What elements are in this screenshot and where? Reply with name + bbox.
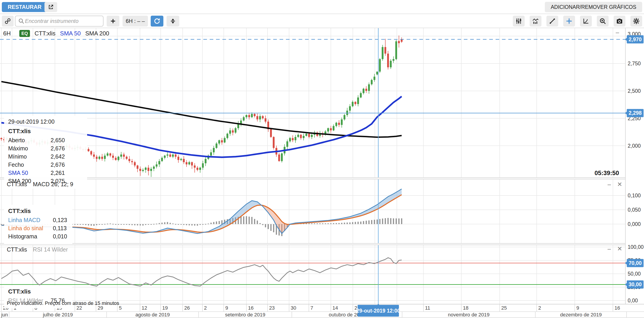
main-legend: 6H EQ CTT:xlis SMA 50 SMA 200 — [3, 30, 109, 37]
gridlines — [0, 28, 626, 304]
search-input[interactable] — [24, 18, 100, 24]
rsi-badge-30: 30,00 — [625, 280, 644, 289]
legend-symbol[interactable]: CTT:xlis — [34, 30, 55, 37]
rsi-line — [1, 258, 402, 286]
svg-text:16: 16 — [614, 305, 620, 311]
tooltip-row: Linha MACD0,123 — [8, 217, 68, 223]
ohlc-tooltip: 29-out-2019 12:00 CTT:xlis Aberto2,650Má… — [4, 116, 87, 189]
svg-text:2: 2 — [204, 305, 207, 311]
svg-text:100,00: 100,00 — [628, 244, 644, 250]
legend-timeframe: 6H — [3, 30, 11, 37]
bar-countdown: 05:39:50 — [594, 170, 619, 177]
svg-text:2,970: 2,970 — [628, 36, 642, 42]
add-instrument-button[interactable] — [107, 16, 119, 26]
svg-text:2,298: 2,298 — [628, 110, 642, 116]
restore-button[interactable]: RESTAURAR — [2, 2, 48, 12]
split-scale-icon — [169, 17, 176, 25]
macd-tooltip: CTT:xlis Linha MACD0,123Linha do sinal0,… — [4, 205, 72, 244]
svg-text:agosto de 2019: agosto de 2019 — [136, 312, 170, 318]
eq-badge: EQ — [19, 30, 30, 37]
svg-text:70,00: 70,00 — [628, 260, 642, 266]
svg-text:26: 26 — [184, 305, 190, 311]
svg-text:18: 18 — [463, 305, 468, 311]
external-link-icon — [48, 4, 54, 10]
tooltip-symbol: CTT:xlis — [8, 128, 83, 135]
svg-text:9: 9 — [225, 305, 228, 311]
refresh-icon — [154, 17, 161, 25]
svg-text:0,050: 0,050 — [628, 207, 641, 213]
tooltip-row: Fecho2,676 — [8, 161, 83, 168]
svg-text:23: 23 — [269, 305, 274, 311]
close-macd-panel-button[interactable]: ✕ — [617, 181, 622, 188]
trendline-button[interactable] — [546, 16, 558, 26]
price-level-badge: 2,298 — [625, 109, 644, 117]
svg-text:0,00: 0,00 — [628, 298, 638, 304]
rsi-panel-buttons: − ✕ — [607, 246, 622, 253]
svg-text:dezembro de 2019: dezembro de 2019 — [560, 312, 602, 318]
indicators-button[interactable] — [530, 16, 542, 26]
collapse-rsi-panel-button[interactable]: − — [607, 246, 611, 253]
search-icon — [18, 18, 24, 24]
rsi-panel-title: CTT:xlis RSI 14 Wilder — [7, 246, 68, 253]
collapse-main-panel-button[interactable]: − — [616, 29, 620, 36]
zoom-in-icon — [599, 17, 606, 25]
svg-text:novembro de 2019: novembro de 2019 — [448, 312, 490, 318]
svg-text:7: 7 — [310, 305, 313, 311]
chart-toolbar: 6H : – – — [0, 14, 644, 28]
log-scale-button[interactable] — [580, 16, 592, 26]
refresh-button[interactable] — [151, 16, 164, 26]
macd-symbol: CTT:xlis — [7, 181, 27, 188]
log-scale-icon — [582, 17, 590, 25]
tooltip-row: Máximo2,676 — [8, 145, 83, 152]
add-remove-charts-button[interactable]: ADICIONAR/REMOVER GRÁFICOS — [545, 2, 642, 12]
rsi-tooltip-symbol: CTT:xlis — [8, 288, 68, 295]
toolbar-right-icons — [513, 16, 642, 26]
svg-text:julho de 2019: julho de 2019 — [43, 312, 73, 318]
date-axis[interactable]: 2618152229512192629162330714211118252916… — [0, 304, 644, 318]
svg-text:jun: jun — [1, 312, 8, 318]
charting-app: 3,0002,7502,5002,2502,0000,1000,0500,000… — [0, 0, 644, 318]
legend-sma200[interactable]: SMA 200 — [85, 30, 110, 37]
collapse-macd-panel-button[interactable]: − — [607, 181, 611, 188]
snapshot-button[interactable] — [614, 16, 626, 26]
chart-canvas[interactable]: 3,0002,7502,5002,2502,0000,1000,0500,000… — [0, 0, 644, 318]
svg-text:2,500: 2,500 — [628, 88, 641, 94]
plus-icon — [110, 17, 117, 25]
svg-text:16: 16 — [248, 305, 254, 311]
series-style-button[interactable] — [513, 16, 525, 26]
current-price-badge: 2,970 — [625, 35, 644, 43]
svg-text:2: 2 — [538, 305, 541, 311]
rsi-indicator-name[interactable]: RSI 14 Wilder — [33, 246, 68, 253]
tooltip-datetime: 29-out-2019 12:00 — [8, 118, 83, 125]
macd-indicator-name[interactable]: MACD 26; 12; 9 — [33, 181, 73, 188]
settings-button[interactable] — [630, 16, 642, 26]
close-rsi-panel-button[interactable]: ✕ — [617, 246, 622, 253]
open-external-button[interactable] — [44, 2, 57, 12]
series-style-icon — [515, 17, 522, 25]
timeframe-button[interactable]: 6H : – – — [122, 16, 148, 26]
rsi-badge-70: 70,00 — [625, 259, 644, 267]
zoom-in-button[interactable] — [597, 16, 608, 26]
macd-tooltip-symbol: CTT:xlis — [8, 208, 68, 215]
svg-text:2,000: 2,000 — [628, 143, 641, 149]
macd-panel-buttons: − ✕ — [607, 181, 622, 188]
svg-text:9: 9 — [576, 305, 579, 311]
macd-panel-title: CTT:xlis MACD 26; 12; 9 — [7, 181, 73, 188]
link-chart-button[interactable] — [2, 16, 14, 26]
price-delay-note: Preço indicativo. Preços com atraso de 1… — [7, 300, 119, 306]
svg-text:0,000: 0,000 — [628, 221, 641, 227]
trendline-icon — [549, 17, 556, 25]
crosshair-date-badge: 29-out-2019 12:00 — [356, 304, 400, 317]
split-scale-button[interactable] — [166, 16, 179, 26]
svg-text:11: 11 — [425, 305, 430, 311]
snapshot-icon — [616, 17, 623, 25]
tooltip-row: Aberto2,650 — [8, 137, 83, 144]
svg-text:14: 14 — [332, 305, 338, 311]
svg-text:5: 5 — [119, 305, 122, 311]
settings-icon — [633, 17, 640, 25]
svg-text:50,00: 50,00 — [628, 271, 641, 277]
svg-text:30,00: 30,00 — [628, 282, 642, 287]
svg-text:2,750: 2,750 — [628, 60, 641, 66]
legend-sma50[interactable]: SMA 50 — [60, 30, 81, 37]
crosshair-button[interactable] — [563, 16, 575, 26]
